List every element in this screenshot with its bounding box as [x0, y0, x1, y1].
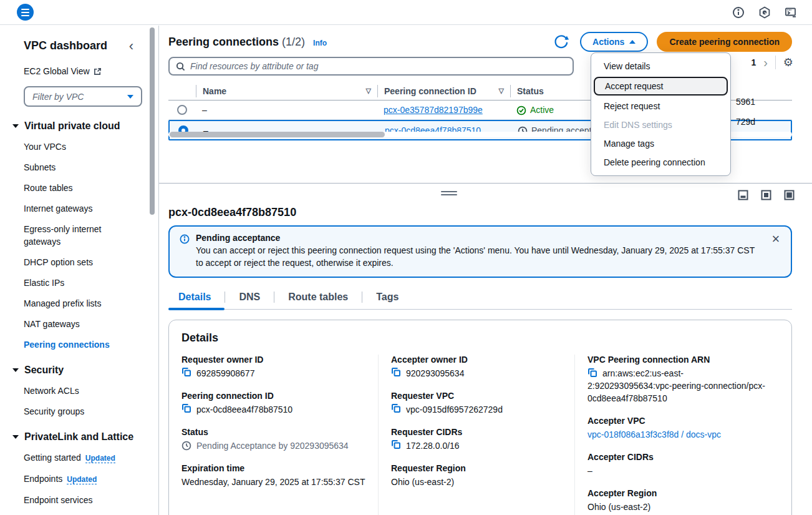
banner-message: You can accept or reject this peering co… — [196, 244, 763, 269]
scrollbar-thumb[interactable] — [150, 27, 155, 215]
sort-icon[interactable]: ▽ — [366, 87, 371, 95]
menu-hamburger-icon[interactable] — [17, 4, 34, 21]
section-virtual-private-cloud[interactable]: Virtual private cloud — [12, 120, 148, 132]
menu-item-reject-request[interactable]: Reject request — [591, 97, 730, 115]
sidebar-item-security-groups[interactable]: Security groups — [24, 405, 137, 418]
sidebar-item-getting-started[interactable]: Getting startedUpdated — [24, 451, 137, 464]
sidebar-item-elastic-ips[interactable]: Elastic IPs — [24, 277, 137, 289]
copy-icon[interactable] — [181, 367, 191, 377]
menu-item-accept-request[interactable]: Accept request — [594, 77, 728, 96]
sidebar-item-subnets[interactable]: Subnets — [24, 161, 137, 174]
field-vpc-peering-connection-arn: VPC Peering connection ARN arn:aws:ec2:u… — [587, 355, 766, 405]
field-status: Status Pending Acceptance by 92029309563… — [181, 427, 365, 452]
filter-by-vpc-placeholder: Filter by VPC — [32, 92, 84, 102]
search-icon — [176, 62, 185, 71]
status-pending-icon — [181, 441, 191, 451]
copy-icon[interactable] — [391, 367, 401, 377]
tab-details[interactable]: Details — [168, 288, 225, 309]
sidebar-scrollbar[interactable] — [150, 26, 155, 507]
section-expanded-icon — [12, 368, 19, 372]
banner-title: Pending acceptance — [196, 233, 763, 243]
page-title: Peering connections (1/2) Info — [168, 36, 327, 49]
amazon-q-icon[interactable] — [758, 6, 771, 19]
field-requester-region: Requester Region Ohio (us-east-2) — [391, 463, 562, 488]
sidebar-item-managed-prefix-lists[interactable]: Managed prefix lists — [24, 297, 137, 310]
tab-dns[interactable]: DNS — [225, 288, 274, 309]
sidebar-item-your-vpcs[interactable]: Your VPCs — [24, 140, 137, 153]
sidebar-item-endpoints[interactable]: EndpointsUpdated — [24, 473, 137, 486]
sidebar-item-route-tables[interactable]: Route tables — [24, 182, 137, 194]
field-accepter-cidrs: Accepter CIDRs – — [587, 452, 766, 477]
sort-icon[interactable]: ▽ — [499, 87, 504, 95]
actions-dropdown-menu: View details Accept request Reject reque… — [591, 52, 731, 176]
table-settings-gear-icon[interactable]: ⚙ — [783, 56, 793, 69]
split-panel-drag-handle[interactable] — [441, 191, 457, 197]
vpc-sidebar: VPC dashboard ‹ EC2 Global View Filter b… — [0, 26, 148, 515]
close-icon[interactable]: × — [770, 233, 782, 269]
refresh-button[interactable] — [551, 32, 571, 52]
sidebar-item-peering-connections[interactable]: Peering connections — [24, 338, 137, 351]
copy-icon[interactable] — [181, 403, 191, 413]
section-expanded-icon — [12, 124, 19, 128]
field-requester-cidrs: Requester CIDRs 172.28.0.0/16 — [391, 427, 562, 452]
field-expiration-time: Expiration time Wednesday, January 29, 2… — [181, 463, 365, 488]
chevron-down-icon — [127, 95, 133, 99]
create-peering-connection-button[interactable]: Create peering connection — [657, 32, 792, 52]
copy-icon[interactable] — [587, 368, 597, 378]
section-security[interactable]: Security — [12, 365, 148, 376]
panel-position-bottom-icon[interactable] — [738, 190, 748, 200]
details-card: Details Requester owner ID 692859908677 … — [168, 320, 792, 515]
menu-item-manage-tags[interactable]: Manage tags — [591, 134, 730, 153]
refresh-icon — [553, 32, 570, 50]
row-radio-unselected[interactable] — [177, 105, 187, 115]
info-icon — [180, 234, 190, 244]
info-link[interactable]: Info — [313, 39, 327, 47]
status-text: Active — [530, 105, 554, 115]
truncated-cell-value: 5961 — [736, 97, 792, 107]
panel-position-half-icon[interactable] — [761, 190, 771, 200]
field-accepter-owner-id: Accepter owner ID 920293095634 — [391, 355, 562, 380]
resource-search — [168, 57, 574, 76]
copy-icon[interactable] — [391, 439, 401, 449]
sidebar-item-endpoint-services[interactable]: Endpoint services — [24, 494, 137, 506]
field-accepter-vpc: Accepter VPC vpc-018f086a13f3c3f8d / doc… — [587, 416, 766, 441]
pagination: 1 › ⚙ — [751, 56, 793, 69]
sidebar-item-egress-only-internet-gateways[interactable]: Egress-only internet gateways — [24, 223, 137, 248]
actions-button[interactable]: Actions — [580, 32, 648, 52]
column-header-name[interactable]: Name▽ — [196, 86, 377, 96]
ec2-global-view-link[interactable]: EC2 Global View — [24, 66, 148, 76]
menu-item-delete-peering-connection[interactable]: Delete peering connection — [591, 153, 730, 172]
menu-item-view-details[interactable]: View details — [591, 57, 730, 76]
field-requester-owner-id: Requester owner ID 692859908677 — [181, 355, 365, 380]
sidebar-item-nat-gateways[interactable]: NAT gateways — [24, 318, 137, 330]
next-page-icon[interactable]: › — [763, 57, 768, 68]
page-number[interactable]: 1 — [751, 57, 756, 67]
search-input[interactable] — [190, 61, 566, 71]
peering-connection-id-link[interactable]: pcx-0e35787d82197b99e — [384, 105, 483, 115]
cell-name: – — [196, 105, 377, 115]
accepter-vpc-link[interactable]: vpc-018f086a13f3c3f8d / docs-vpc — [587, 428, 721, 441]
truncated-cell-value: 729d — [736, 117, 792, 127]
top-navigation-bar — [0, 0, 812, 25]
sidebar-item-network-acls[interactable]: Network ACLs — [24, 385, 137, 397]
updated-badge: Updated — [67, 475, 97, 484]
column-header-peering-connection-id[interactable]: Peering connection ID▽ — [378, 86, 510, 96]
cloudshell-icon[interactable] — [785, 6, 797, 19]
scrollbar-thumb[interactable] — [170, 132, 385, 137]
field-requester-vpc: Requester VPC vpc-0915df6957262729d — [391, 391, 562, 416]
tab-route-tables[interactable]: Route tables — [274, 288, 362, 309]
filter-by-vpc-select[interactable]: Filter by VPC — [24, 86, 142, 107]
pending-acceptance-banner: Pending acceptance You can accept or rej… — [168, 225, 792, 278]
info-icon[interactable] — [732, 6, 745, 19]
field-accepter-region: Accepter Region Ohio (us-east-2) — [587, 488, 766, 513]
field-peering-connection-id: Peering connection ID pcx-0cd8eea4f78b87… — [181, 391, 365, 416]
panel-position-full-icon[interactable] — [784, 190, 795, 200]
section-privatelink-and-lattice[interactable]: PrivateLink and Lattice — [12, 431, 148, 443]
sidebar-collapse-icon[interactable]: ‹ — [129, 41, 133, 51]
sidebar-item-dhcp-option-sets[interactable]: DHCP option sets — [24, 256, 137, 268]
tab-tags[interactable]: Tags — [362, 288, 412, 309]
card-heading: Details — [181, 331, 779, 345]
chevron-up-icon — [629, 40, 636, 44]
sidebar-item-internet-gateways[interactable]: Internet gateways — [24, 202, 137, 215]
copy-icon[interactable] — [391, 403, 401, 413]
